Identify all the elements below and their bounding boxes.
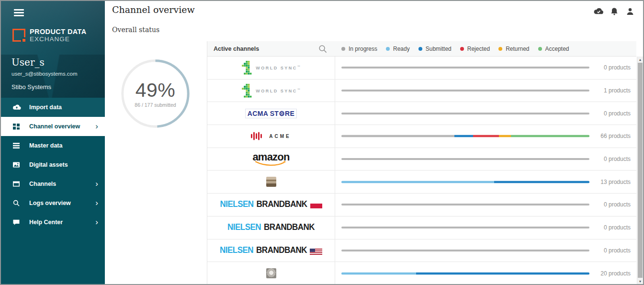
- page-title: Channel overview: [112, 4, 195, 15]
- channel-thumbnail: [266, 177, 276, 187]
- channel-row-nielsen-red[interactable]: NIELSEN BRANDBANK 0 products: [207, 194, 636, 217]
- status-bar: [341, 181, 589, 183]
- legend-item-rejected: Rejected: [460, 46, 490, 52]
- legend-dot: [418, 47, 422, 51]
- amazon-smile-icon: [254, 161, 288, 166]
- worldsync-mosaic-icon: [242, 84, 252, 98]
- legend-item-ready: Ready: [386, 46, 410, 52]
- channel-row-acma-store[interactable]: ACMA ST⚙RE 0 products: [207, 102, 636, 125]
- legend-item-returned: Returned: [498, 46, 529, 52]
- legend-label: Submitted: [426, 46, 452, 52]
- user-email: user_s@stibosystems.com: [11, 71, 78, 77]
- brand-line2: EXCHANGE: [30, 35, 87, 43]
- table-header-title: Active channels: [214, 46, 259, 52]
- legend-dot: [538, 47, 542, 51]
- channel-row-photo-2[interactable]: 20 products: [207, 262, 636, 285]
- channel-logo-nielsen: NIELSEN BRANDBANK: [207, 217, 335, 239]
- search-icon[interactable]: [318, 45, 327, 53]
- product-count: 66 products: [600, 133, 631, 139]
- legend-item-submitted: Submitted: [418, 46, 452, 52]
- top-bar-icons: [593, 7, 635, 16]
- brand-line1: PRODUCT DATA: [30, 28, 87, 35]
- legend-dot: [341, 47, 345, 51]
- sidebar-item-master-data[interactable]: Master data: [1, 136, 105, 155]
- table-header: Active channels In progress Ready Submit…: [207, 41, 636, 57]
- brandbank-logo-text: BRANDBANK: [256, 245, 307, 256]
- legend-item-in-progress: In progress: [341, 46, 377, 52]
- product-count: 0 products: [604, 224, 631, 231]
- product-count: 0 products: [604, 110, 631, 117]
- legend-item-accepted: Accepted: [538, 46, 569, 52]
- product-count: 0 products: [604, 201, 631, 208]
- sidebar-item-label: Master data: [29, 142, 62, 149]
- legend-label: Accepted: [545, 46, 569, 52]
- list-icon: [12, 142, 21, 149]
- worldsync-logo-text: WORLD SYNC™: [256, 65, 300, 70]
- us-flag-icon: [310, 249, 322, 255]
- sidebar-nav: Import data Channel overview › Master da…: [1, 98, 105, 232]
- legend-label: Rejected: [467, 46, 490, 52]
- channel-row-acme[interactable]: ACME 66 products: [207, 125, 636, 148]
- brand-square-icon: [12, 29, 25, 42]
- status-bar: [341, 135, 589, 137]
- legend-label: Ready: [393, 46, 410, 52]
- chat-icon: [12, 218, 21, 226]
- cloud-upload-icon: [12, 103, 21, 111]
- chevron-right-icon: ›: [95, 181, 98, 187]
- hamburger-menu-icon[interactable]: [14, 9, 24, 17]
- nielsen-logo-text: NIELSEN: [220, 200, 253, 210]
- legend-label: In progress: [349, 46, 377, 52]
- page-subtitle: Overall status: [112, 26, 159, 34]
- bell-icon[interactable]: [609, 7, 620, 16]
- scroll-down-icon[interactable]: ▼: [637, 278, 643, 284]
- sidebar-item-channels[interactable]: Channels ›: [1, 174, 105, 194]
- channel-row-nielsen[interactable]: NIELSEN BRANDBANK 0 products: [207, 217, 636, 239]
- sidebar-item-label: Channel overview: [29, 123, 80, 130]
- status-legend: In progress Ready Submitted Rejected Ret…: [341, 41, 569, 56]
- chevron-right-icon: ›: [95, 123, 98, 130]
- product-count: 0 products: [604, 156, 631, 162]
- status-bar: [341, 204, 589, 205]
- sidebar-item-logs-overview[interactable]: Logs overview ›: [1, 194, 105, 213]
- status-bar: [341, 113, 589, 114]
- product-count: 1 products: [604, 87, 631, 94]
- legend-dot: [498, 47, 502, 51]
- product-count: 20 products: [600, 270, 631, 277]
- user-organization: Stibo Systems: [11, 83, 51, 91]
- amazon-logo-text: amazon: [252, 152, 289, 162]
- channel-row-photo-1[interactable]: 13 products: [207, 171, 636, 194]
- status-bar: [341, 158, 589, 160]
- channel-logo-nielsen: NIELSEN BRANDBANK: [207, 194, 335, 216]
- channel-logo-photo: [207, 262, 335, 285]
- sidebar-item-channel-overview[interactable]: Channel overview ›: [1, 117, 105, 136]
- top-bar: Channel overview Overall status: [105, 1, 643, 41]
- brandbank-logo-text: BRANDBANK: [257, 200, 307, 210]
- sidebar-item-label: Channels: [29, 181, 56, 187]
- worldsync-mosaic-icon: [242, 61, 252, 75]
- sidebar-item-label: Import data: [29, 104, 62, 111]
- cloud-sync-icon[interactable]: [593, 7, 604, 16]
- scrollbar-thumb[interactable]: [638, 63, 643, 278]
- sidebar-item-label: Help Center: [29, 219, 63, 226]
- sidebar-item-import-data[interactable]: Import data: [1, 98, 105, 117]
- window-icon: [12, 180, 21, 188]
- legend-dot: [386, 47, 390, 51]
- channel-row-nielsen-us[interactable]: NIELSEN BRANDBANK 0 products: [207, 239, 636, 262]
- channel-row-worldsync-1[interactable]: WORLD SYNC™ 0 products: [207, 57, 636, 80]
- chevron-right-icon: ›: [95, 219, 98, 226]
- channel-row-worldsync-2[interactable]: WORLD SYNC™ 1 products: [207, 80, 636, 103]
- overall-detail: 86 / 177 submitted: [135, 102, 176, 108]
- channel-row-amazon[interactable]: amazon 0 products: [207, 148, 636, 171]
- channel-thumbnail: [266, 268, 276, 278]
- sidebar-item-label: Logs overview: [29, 200, 71, 206]
- user-profile-icon[interactable]: [625, 7, 635, 16]
- sidebar-item-help-center[interactable]: Help Center ›: [1, 213, 105, 232]
- legend-dot: [460, 47, 464, 51]
- nielsen-logo-text: NIELSEN: [227, 222, 261, 233]
- sidebar-item-digital-assets[interactable]: Digital assets: [1, 155, 105, 174]
- vertical-scrollbar[interactable]: ▲ ▼: [637, 57, 643, 284]
- search-icon: [12, 199, 21, 207]
- worldsync-logo-text: WORLD SYNC™: [256, 88, 300, 93]
- legend-label: Returned: [506, 46, 529, 52]
- scroll-up-icon[interactable]: ▲: [637, 57, 643, 62]
